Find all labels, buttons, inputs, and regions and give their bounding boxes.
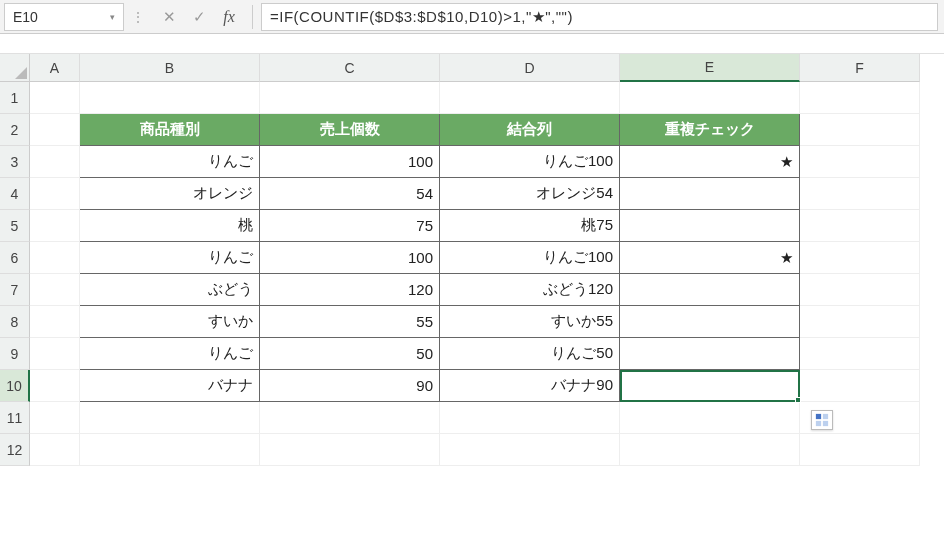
cell[interactable] [800, 210, 920, 242]
cell[interactable]: 桃 [80, 210, 260, 242]
table-header[interactable]: 商品種別 [80, 114, 260, 146]
column-header[interactable]: E [620, 54, 800, 82]
cell[interactable]: りんご [80, 338, 260, 370]
cell[interactable] [800, 178, 920, 210]
row-header[interactable]: 11 [0, 402, 30, 434]
column-header[interactable]: A [30, 54, 80, 82]
cell[interactable]: 54 [260, 178, 440, 210]
cell[interactable] [620, 306, 800, 338]
cell[interactable]: ★ [620, 146, 800, 178]
cell[interactable] [80, 402, 260, 434]
column-header[interactable]: D [440, 54, 620, 82]
cell[interactable]: ぶどう [80, 274, 260, 306]
cancel-icon[interactable]: ✕ [154, 3, 184, 31]
svg-rect-1 [823, 414, 828, 419]
cell[interactable] [30, 434, 80, 466]
cell[interactable] [620, 82, 800, 114]
cell[interactable] [30, 146, 80, 178]
table-header[interactable]: 結合列 [440, 114, 620, 146]
fx-button[interactable]: fx [214, 3, 244, 31]
cell[interactable]: りんご100 [440, 146, 620, 178]
cell-selected[interactable] [620, 370, 800, 402]
cell[interactable]: 50 [260, 338, 440, 370]
cell[interactable] [800, 274, 920, 306]
row-header[interactable]: 3 [0, 146, 30, 178]
cell[interactable] [30, 402, 80, 434]
cell[interactable]: バナナ [80, 370, 260, 402]
cell[interactable] [80, 82, 260, 114]
cell[interactable]: りんご50 [440, 338, 620, 370]
cell[interactable] [30, 338, 80, 370]
cell[interactable] [30, 274, 80, 306]
cell[interactable]: 100 [260, 242, 440, 274]
row-header[interactable]: 10 [0, 370, 30, 402]
cell[interactable]: 100 [260, 146, 440, 178]
autofill-options-icon[interactable] [811, 410, 833, 430]
cell[interactable] [30, 242, 80, 274]
row-header[interactable]: 6 [0, 242, 30, 274]
cell[interactable] [800, 82, 920, 114]
cell[interactable] [440, 82, 620, 114]
column-header[interactable]: B [80, 54, 260, 82]
cell[interactable]: 120 [260, 274, 440, 306]
cell[interactable] [620, 178, 800, 210]
column-header-row: A B C D E F [30, 54, 944, 82]
cell[interactable] [620, 338, 800, 370]
cell[interactable]: りんご [80, 242, 260, 274]
select-all-corner[interactable] [0, 54, 30, 82]
column-header[interactable]: C [260, 54, 440, 82]
cell[interactable]: オレンジ [80, 178, 260, 210]
enter-icon[interactable]: ✓ [184, 3, 214, 31]
row-header[interactable]: 4 [0, 178, 30, 210]
cell[interactable] [800, 370, 920, 402]
cell[interactable]: すいか [80, 306, 260, 338]
table-header[interactable]: 重複チェック [620, 114, 800, 146]
chevron-down-icon[interactable]: ▾ [110, 12, 115, 22]
cell[interactable] [260, 434, 440, 466]
row-header[interactable]: 1 [0, 82, 30, 114]
cell[interactable] [800, 114, 920, 146]
cell[interactable] [620, 402, 800, 434]
cell[interactable] [30, 178, 80, 210]
formula-input[interactable]: =IF(COUNTIF($D$3:$D$10,D10)>1,"★","") [261, 3, 938, 31]
cell[interactable] [260, 82, 440, 114]
cell[interactable] [620, 210, 800, 242]
row-header[interactable]: 2 [0, 114, 30, 146]
cell[interactable]: オレンジ54 [440, 178, 620, 210]
cell[interactable] [620, 274, 800, 306]
cell[interactable] [440, 402, 620, 434]
row-header[interactable]: 5 [0, 210, 30, 242]
cell[interactable] [30, 114, 80, 146]
cell[interactable] [620, 434, 800, 466]
cell[interactable] [30, 370, 80, 402]
table-header[interactable]: 売上個数 [260, 114, 440, 146]
row-header[interactable]: 12 [0, 434, 30, 466]
row-header[interactable]: 7 [0, 274, 30, 306]
cell[interactable]: 75 [260, 210, 440, 242]
cell[interactable]: すいか55 [440, 306, 620, 338]
cell[interactable] [440, 434, 620, 466]
column-header[interactable]: F [800, 54, 920, 82]
cell[interactable]: 55 [260, 306, 440, 338]
name-box[interactable]: E10 ▾ [4, 3, 124, 31]
cell[interactable] [800, 146, 920, 178]
row-header[interactable]: 9 [0, 338, 30, 370]
cell[interactable] [800, 306, 920, 338]
cell[interactable] [30, 306, 80, 338]
cell[interactable] [80, 434, 260, 466]
cell[interactable]: 桃75 [440, 210, 620, 242]
cell[interactable] [30, 210, 80, 242]
cell[interactable]: ぶどう120 [440, 274, 620, 306]
cell[interactable]: 90 [260, 370, 440, 402]
svg-rect-2 [816, 421, 821, 426]
cell[interactable] [260, 402, 440, 434]
cell[interactable] [800, 242, 920, 274]
cell[interactable]: バナナ90 [440, 370, 620, 402]
cell[interactable] [30, 82, 80, 114]
cell[interactable]: ★ [620, 242, 800, 274]
cell[interactable] [800, 338, 920, 370]
cell[interactable]: りんご100 [440, 242, 620, 274]
row-header[interactable]: 8 [0, 306, 30, 338]
cell[interactable] [800, 434, 920, 466]
cell[interactable]: りんご [80, 146, 260, 178]
